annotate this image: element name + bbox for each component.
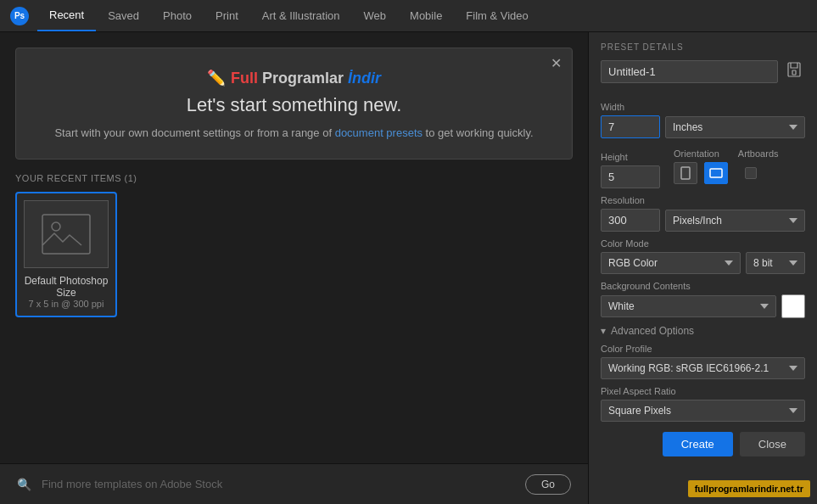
height-label: Height [601,152,660,162]
close-button[interactable]: Close [740,432,805,456]
recent-item-thumb [24,200,109,268]
width-row: Inches Pixels Centimeters Millimeters Po… [601,115,805,138]
artboards-label: Artboards [738,148,779,159]
advanced-options-toggle[interactable]: ▾ Advanced Options [601,325,805,337]
color-profile-select[interactable]: Working RGB: sRGB IEC61966-2.1 sRGB IEC6… [601,357,805,379]
resolution-unit-select[interactable]: Pixels/Inch Pixels/Cm [665,210,805,232]
right-panel: PRESET DETAILS Width Inches Pixels Centi… [588,32,817,504]
title-full: Full [231,70,258,87]
save-preset-button[interactable] [783,60,805,83]
bg-color-swatch[interactable] [781,294,805,318]
width-input[interactable] [601,115,660,138]
close-icon[interactable]: ✕ [551,57,562,70]
nav-tab-recent[interactable]: Recent [37,0,96,31]
orientation-btns [674,162,779,184]
recent-grid: Default Photoshop Size 7 x 5 in @ 300 pp… [15,192,573,317]
resolution-input[interactable] [601,209,660,232]
nav-tabs: Recent Saved Photo Print Art & Illustrat… [37,0,540,31]
dialog-sub-after: to get working quickly. [422,126,534,139]
left-panel: ✕ ✏️ Full Programlar İndir Let's start s… [0,32,588,504]
nav-tab-mobile[interactable]: Mobile [398,0,454,31]
dialog-heading: Let's start something new. [43,94,545,116]
svg-rect-5 [710,169,722,177]
bit-depth-select[interactable]: 8 bit 16 bit 32 bit [746,252,805,274]
recent-item[interactable]: Default Photoshop Size 7 x 5 in @ 300 pp… [15,192,117,317]
image-placeholder-icon [41,213,92,255]
svg-point-1 [52,222,60,231]
svg-rect-0 [42,215,90,254]
title-programlar: Programlar [262,70,348,87]
artboards-checkbox[interactable] [745,167,757,179]
resolution-label: Resolution [601,195,805,205]
svg-rect-3 [792,70,796,75]
preset-name-input[interactable] [601,60,778,83]
bottom-btns: Create Close [601,432,805,456]
recent-count: (1) [125,173,137,183]
pencil-icon: ✏️ [207,69,226,87]
width-label: Width [601,102,805,112]
main-area: ✕ ✏️ Full Programlar İndir Let's start s… [0,32,817,504]
recent-section: YOUR RECENT ITEMS (1) Default Photoshop … [0,160,588,317]
pixel-ratio-select[interactable]: Square Pixels D1/DV NTSC (0.9) D1/DV PAL… [601,400,805,422]
portrait-button[interactable] [674,162,697,184]
preset-name-row [601,60,805,83]
orientation-artboards-row: Orientation Artboards [674,148,779,159]
document-presets-link[interactable]: document presets [335,126,422,139]
pixel-ratio-row: Square Pixels D1/DV NTSC (0.9) D1/DV PAL… [601,400,805,422]
bg-contents-row: White Black Background Color Transparent… [601,294,805,318]
recent-label: YOUR RECENT ITEMS (1) [15,173,573,183]
chevron-down-icon: ▾ [601,325,606,337]
nav-tab-saved[interactable]: Saved [96,0,151,31]
go-button[interactable]: Go [525,474,571,495]
orientation-label: Orientation [674,148,719,159]
resolution-row: Pixels/Inch Pixels/Cm [601,209,805,232]
watermark: fullprogramlarindir.net.tr [688,480,810,497]
bg-contents-label: Background Contents [601,281,805,291]
preset-details-label: PRESET DETAILS [601,42,805,52]
height-input[interactable] [601,165,660,188]
dialog-sub: Start with your own document settings or… [43,125,545,142]
height-orientation-row: Height Orientation Artboards [601,145,805,188]
dialog-title-row: ✏️ Full Programlar İndir [43,69,545,87]
color-mode-row: RGB Color CMYK Color Grayscale Lab Color… [601,252,805,274]
bottom-bar: 🔍 Find more templates on Adobe Stock Go [0,463,588,504]
app-logo: Ps [10,7,29,25]
pixel-ratio-label: Pixel Aspect Ratio [601,386,805,396]
dialog: ✕ ✏️ Full Programlar İndir Let's start s… [15,48,573,160]
dialog-sub-text: Start with your own document settings or… [54,126,334,139]
color-profile-row: Working RGB: sRGB IEC61966-2.1 sRGB IEC6… [601,357,805,379]
recent-label-text: YOUR RECENT ITEMS [15,173,121,183]
bg-contents-select[interactable]: White Black Background Color Transparent… [601,295,776,317]
search-icon: 🔍 [17,478,31,491]
recent-item-meta: 7 x 5 in @ 300 ppi [29,299,104,309]
svg-rect-4 [681,167,690,179]
nav-tab-photo[interactable]: Photo [151,0,204,31]
dialog-title: Full Programlar İndir [231,70,381,87]
color-mode-label: Color Mode [601,238,805,249]
nav-tab-print[interactable]: Print [204,0,250,31]
recent-item-name: Default Photoshop Size [24,275,109,299]
landscape-button[interactable] [704,162,728,184]
nav-tab-film[interactable]: Film & Video [454,0,540,31]
nav-tab-art[interactable]: Art & Illustration [250,0,352,31]
search-placeholder[interactable]: Find more templates on Adobe Stock [42,478,515,490]
top-nav: Ps Recent Saved Photo Print Art & Illust… [0,0,817,32]
title-indir: İndir [348,70,381,87]
nav-tab-web[interactable]: Web [352,0,399,31]
color-mode-select[interactable]: RGB Color CMYK Color Grayscale Lab Color… [601,252,741,274]
unit-select[interactable]: Inches Pixels Centimeters Millimeters Po… [665,116,805,138]
color-profile-label: Color Profile [601,344,805,354]
create-button[interactable]: Create [663,432,733,456]
advanced-label: Advanced Options [611,325,694,337]
